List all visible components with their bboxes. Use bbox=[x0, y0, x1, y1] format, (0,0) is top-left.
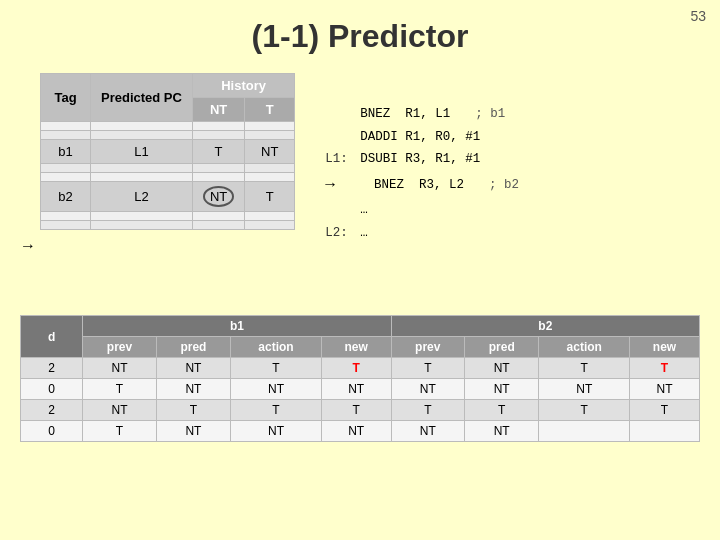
b2-prev-cell: T bbox=[391, 400, 464, 421]
predictor-table: Tag Predicted PC History NT T b1 L1 bbox=[40, 73, 295, 230]
b2-new-cell bbox=[630, 421, 700, 442]
pc-cell: L2 bbox=[91, 182, 193, 212]
b1-pred-cell: T bbox=[156, 400, 230, 421]
b1-prev-header: prev bbox=[83, 337, 156, 358]
b1-prev-cell: NT bbox=[83, 400, 156, 421]
b2-pred-header: pred bbox=[464, 337, 538, 358]
predictor-section: → Tag Predicted PC History NT T bbox=[20, 73, 295, 301]
b2-action-cell: T bbox=[539, 400, 630, 421]
b2-action-header: action bbox=[539, 337, 630, 358]
pc-cell bbox=[91, 221, 193, 230]
b2-prev-cell: T bbox=[391, 358, 464, 379]
b2-action-cell: T bbox=[539, 358, 630, 379]
code-text-4: BNEZ R3, L2 bbox=[374, 174, 464, 197]
t-cell: T bbox=[245, 182, 295, 212]
b1-new-cell: T bbox=[321, 358, 391, 379]
code-line-1: BNEZ R1, L1 ; b1 bbox=[325, 103, 700, 126]
nt-header: NT bbox=[192, 98, 244, 122]
nt-cell bbox=[192, 173, 244, 182]
tag-cell: b2 bbox=[41, 182, 91, 212]
tag-cell bbox=[41, 212, 91, 221]
comment-4: ; b2 bbox=[474, 174, 519, 197]
d-cell: 2 bbox=[21, 400, 83, 421]
t-cell bbox=[245, 131, 295, 140]
b2-prev-cell: NT bbox=[391, 379, 464, 400]
b1-new-cell: NT bbox=[321, 379, 391, 400]
b1-action-cell: T bbox=[231, 400, 322, 421]
b1-prev-cell: T bbox=[83, 421, 156, 442]
d-cell: 0 bbox=[21, 421, 83, 442]
nt-cell bbox=[192, 131, 244, 140]
d-header: d bbox=[21, 316, 83, 358]
b1-new-cell: T bbox=[321, 400, 391, 421]
nt-cell: NT bbox=[192, 182, 244, 212]
pc-cell bbox=[91, 164, 193, 173]
code-text-2: DADDI R1, R0, #1 bbox=[360, 126, 480, 149]
nt-cell bbox=[192, 122, 244, 131]
b1-pred-cell: NT bbox=[156, 421, 230, 442]
b2-pred-cell: NT bbox=[464, 379, 538, 400]
pc-cell bbox=[91, 131, 193, 140]
b1-action-cell: NT bbox=[231, 379, 322, 400]
predicted-pc-header: Predicted PC bbox=[91, 74, 193, 122]
b2-new-cell: T bbox=[630, 400, 700, 421]
b1-action-cell: NT bbox=[231, 421, 322, 442]
d-cell: 0 bbox=[21, 379, 83, 400]
nt-cell bbox=[192, 164, 244, 173]
nt-cell bbox=[192, 221, 244, 230]
tag-cell bbox=[41, 122, 91, 131]
code-block: BNEZ R1, L1 ; b1 DADDI R1, R0, #1 L1: DS… bbox=[325, 103, 700, 244]
t-cell bbox=[245, 122, 295, 131]
pc-cell bbox=[91, 173, 193, 182]
b1-action-header: action bbox=[231, 337, 322, 358]
b1-prev-cell: T bbox=[83, 379, 156, 400]
code-text-1: BNEZ R1, L1 bbox=[360, 103, 450, 126]
history-header: History bbox=[192, 74, 294, 98]
data-table: d b1 b2 prev pred action new prev pred a… bbox=[20, 315, 700, 442]
code-line-6: L2: … bbox=[325, 222, 700, 245]
tag-cell bbox=[41, 173, 91, 182]
b1-action-cell: T bbox=[231, 358, 322, 379]
arrow-indicator-icon: → bbox=[325, 171, 335, 200]
d-cell: 2 bbox=[21, 358, 83, 379]
label-l2: L2: bbox=[325, 222, 360, 245]
b2-new-header: new bbox=[630, 337, 700, 358]
code-line-2: DADDI R1, R0, #1 bbox=[325, 126, 700, 149]
pc-cell bbox=[91, 122, 193, 131]
nt-cell: T bbox=[192, 140, 244, 164]
b2-arrow-icon: → bbox=[20, 237, 36, 255]
t-cell bbox=[245, 212, 295, 221]
b2-new-cell: NT bbox=[630, 379, 700, 400]
t-cell bbox=[245, 173, 295, 182]
b1-pred-cell: NT bbox=[156, 358, 230, 379]
tag-cell bbox=[41, 221, 91, 230]
b1-prev-cell: NT bbox=[83, 358, 156, 379]
code-line-5: … bbox=[325, 199, 700, 222]
code-text-3: DSUBI R3, R1, #1 bbox=[360, 148, 480, 171]
code-text-5: … bbox=[360, 199, 368, 222]
b1-new-header: new bbox=[321, 337, 391, 358]
nt-cell bbox=[192, 212, 244, 221]
code-text-6: … bbox=[360, 222, 368, 245]
code-line-3: L1: DSUBI R3, R1, #1 bbox=[325, 148, 700, 171]
b2-new-cell: T bbox=[630, 358, 700, 379]
b2-pred-cell: T bbox=[464, 400, 538, 421]
comment-1: ; b1 bbox=[460, 103, 505, 126]
code-line-4: → BNEZ R3, L2 ; b2 bbox=[325, 171, 700, 200]
tag-header: Tag bbox=[41, 74, 91, 122]
b2-prev-cell: NT bbox=[391, 421, 464, 442]
b2-action-cell: NT bbox=[539, 379, 630, 400]
b2-prev-header: prev bbox=[391, 337, 464, 358]
b1-group-header: b1 bbox=[83, 316, 391, 337]
b1-new-cell: NT bbox=[321, 421, 391, 442]
pc-cell: L1 bbox=[91, 140, 193, 164]
t-cell bbox=[245, 221, 295, 230]
label-l1: L1: bbox=[325, 148, 360, 171]
code-section: BNEZ R1, L1 ; b1 DADDI R1, R0, #1 L1: DS… bbox=[305, 73, 700, 301]
b2-pred-cell: NT bbox=[464, 421, 538, 442]
t-cell: NT bbox=[245, 140, 295, 164]
b2-action-cell bbox=[539, 421, 630, 442]
tag-cell bbox=[41, 164, 91, 173]
slide-number: 53 bbox=[690, 8, 706, 24]
page-title: (1-1) Predictor bbox=[0, 18, 720, 55]
